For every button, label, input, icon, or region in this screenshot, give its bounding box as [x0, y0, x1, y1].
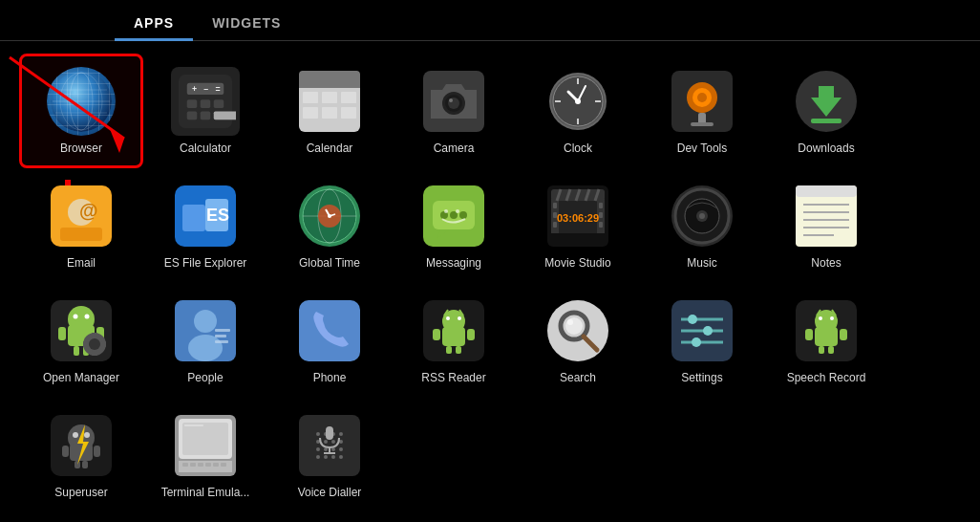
rss-reader-icon [419, 296, 488, 365]
app-music[interactable]: Music [640, 168, 764, 283]
movie-studio-icon: 03:06:29 [543, 182, 612, 250]
app-voice-dialler[interactable]: Voice Dialler [267, 398, 392, 512]
tab-apps[interactable]: APPS [115, 8, 193, 40]
app-superuser[interactable]: Superuser [19, 398, 143, 512]
svg-point-147 [688, 315, 697, 324]
settings-label: Settings [681, 371, 722, 384]
app-movie-studio[interactable]: 03:06:29 Movie Studio [516, 168, 640, 283]
es-file-explorer-icon: ES [171, 182, 240, 250]
svg-rect-118 [83, 341, 88, 347]
app-camera[interactable]: Camera [392, 54, 516, 168]
svg-text:ES: ES [206, 206, 229, 225]
music-label: Music [687, 256, 716, 270]
svg-point-42 [575, 98, 581, 104]
svg-rect-23 [322, 92, 337, 103]
app-es-file-explorer[interactable]: ES ES File Explorer [143, 168, 267, 283]
global-time-icon [295, 182, 364, 250]
app-people[interactable]: People [143, 283, 267, 398]
app-messaging[interactable]: Messaging [392, 168, 516, 283]
svg-point-196 [324, 455, 328, 459]
svg-point-189 [331, 440, 335, 444]
svg-rect-25 [303, 107, 318, 119]
svg-text:+: + [192, 84, 197, 94]
app-terminal-emulator[interactable]: Terminal Emula... [143, 398, 267, 512]
svg-rect-181 [221, 463, 226, 467]
svg-rect-129 [442, 327, 465, 346]
svg-rect-48 [691, 122, 714, 126]
app-notes[interactable]: Notes [764, 168, 888, 283]
app-rss-reader[interactable]: RSS Reader [392, 283, 516, 398]
svg-rect-164 [62, 446, 69, 457]
app-downloads[interactable]: Downloads [764, 54, 888, 168]
svg-rect-116 [92, 333, 97, 337]
svg-point-46 [697, 93, 707, 102]
svg-point-169 [84, 432, 90, 438]
calendar-label: Calendar [307, 141, 353, 155]
superuser-label: Superuser [54, 486, 107, 499]
svg-point-73 [459, 211, 467, 219]
svg-rect-51 [811, 119, 842, 123]
app-settings[interactable]: Settings [640, 283, 764, 398]
svg-rect-132 [446, 346, 452, 354]
svg-rect-57 [182, 205, 205, 231]
svg-rect-26 [322, 107, 337, 119]
svg-rect-13 [187, 111, 198, 120]
people-label: People [187, 371, 223, 384]
svg-rect-182 [299, 415, 360, 476]
calculator-icon: + – = [171, 67, 240, 136]
messaging-icon [419, 182, 488, 250]
devtools-icon [668, 67, 736, 136]
svg-rect-154 [840, 329, 847, 340]
browser-icon [47, 67, 116, 136]
app-open-manager[interactable]: Open Manager [19, 283, 143, 398]
app-browser[interactable]: Browser [19, 54, 143, 168]
phone-label: Phone [313, 371, 347, 384]
svg-point-97 [699, 213, 705, 219]
svg-rect-83 [599, 203, 603, 208]
svg-rect-180 [213, 463, 219, 467]
svg-point-115 [89, 338, 100, 350]
clock-icon [543, 67, 612, 136]
svg-point-149 [692, 337, 701, 347]
svg-rect-153 [805, 329, 813, 340]
svg-point-186 [339, 432, 343, 436]
svg-point-142 [567, 319, 573, 325]
svg-rect-165 [94, 446, 100, 457]
downloads-icon [792, 67, 861, 136]
svg-point-157 [819, 316, 822, 320]
tab-widgets[interactable]: WIDGETS [193, 8, 300, 40]
app-clock[interactable]: Clock [516, 54, 640, 168]
svg-rect-125 [215, 340, 228, 343]
svg-rect-177 [190, 463, 196, 467]
svg-rect-179 [205, 463, 211, 467]
svg-point-4 [60, 73, 102, 130]
terminal-emulator-icon [171, 411, 240, 480]
apps-grid: Browser + – = Calculator [0, 46, 980, 522]
svg-rect-21 [299, 84, 360, 88]
app-email[interactable]: @ Email [19, 168, 143, 283]
svg-point-32 [449, 98, 453, 102]
speech-record-label: Speech Record [787, 371, 866, 384]
svg-rect-12 [214, 99, 224, 108]
svg-point-113 [85, 314, 90, 318]
app-phone[interactable]: Phone [267, 283, 392, 398]
svg-point-158 [830, 316, 834, 320]
app-speech-record[interactable]: Speech Record [764, 283, 888, 398]
svg-point-67 [328, 214, 331, 218]
app-devtools[interactable]: Dev Tools [640, 54, 764, 168]
app-global-time[interactable]: Global Time [267, 168, 392, 283]
svg-point-75 [456, 209, 459, 213]
music-icon [668, 182, 736, 250]
svg-point-112 [74, 314, 78, 318]
open-manager-icon [47, 296, 116, 365]
app-calculator[interactable]: + – = Calculator [143, 54, 267, 168]
app-calendar[interactable]: Calendar [267, 54, 392, 168]
svg-rect-124 [215, 335, 226, 337]
svg-text:03:06:29: 03:06:29 [557, 212, 599, 224]
clock-label: Clock [564, 141, 592, 155]
svg-point-168 [73, 432, 78, 438]
svg-rect-173 [182, 423, 228, 455]
svg-point-198 [339, 455, 343, 459]
movie-studio-label: Movie Studio [544, 256, 610, 270]
app-search[interactable]: Search [516, 283, 640, 398]
